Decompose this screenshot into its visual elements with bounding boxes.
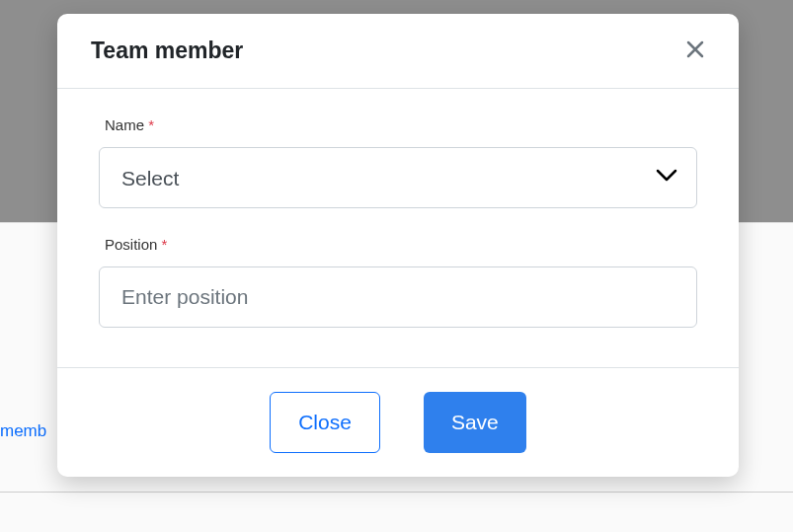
close-icon xyxy=(685,39,705,62)
position-label: Position * xyxy=(99,236,697,253)
modal-body: Name * Select Position * xyxy=(57,89,739,367)
position-input[interactable] xyxy=(99,266,697,328)
save-button[interactable]: Save xyxy=(424,392,526,453)
position-field-group: Position * xyxy=(99,236,697,328)
close-button[interactable]: Close xyxy=(270,392,380,453)
modal-footer: Close Save xyxy=(57,367,739,477)
close-icon-button[interactable] xyxy=(681,36,709,66)
modal-title: Team member xyxy=(91,38,243,64)
position-label-text: Position xyxy=(105,236,157,253)
name-field-group: Name * Select xyxy=(99,116,697,208)
team-member-modal: Team member Name * Select Po xyxy=(57,14,739,477)
name-select[interactable]: Select xyxy=(99,147,697,208)
background-divider xyxy=(0,492,793,493)
name-label-text: Name xyxy=(105,116,144,133)
modal-header: Team member xyxy=(57,14,739,89)
required-marker: * xyxy=(148,116,154,133)
name-label: Name * xyxy=(99,116,697,133)
required-marker: * xyxy=(162,236,168,253)
background-link-fragment: memb xyxy=(0,421,46,441)
name-select-wrapper: Select xyxy=(99,147,697,208)
